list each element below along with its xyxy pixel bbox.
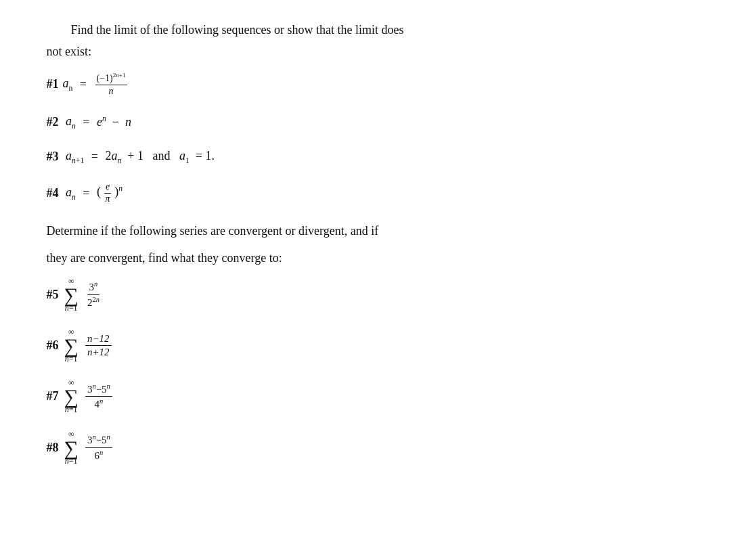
problem-6-sigma: ∞ ∑ n=1 xyxy=(64,328,79,363)
problem-4: #4 an = ( e π )n xyxy=(47,181,710,205)
problem-5-frac: 3n 22n xyxy=(85,280,102,309)
problem-8-label: #8 xyxy=(47,439,59,457)
problem-5: #5 ∞ ∑ n=1 3n 22n xyxy=(47,277,710,313)
problem-3: #3 an+1 = 2an + 1 and a1 = 1. xyxy=(47,147,710,167)
section2-line2: they are convergent, find what they conv… xyxy=(47,249,710,267)
page-content: Find the limit of the following sequence… xyxy=(47,20,710,531)
problem-6-label: #6 xyxy=(47,336,59,355)
problem-2: #2 an = en − n xyxy=(47,112,710,132)
problem-4-label: #4 xyxy=(47,184,59,202)
problem-2-label: #2 xyxy=(47,113,59,131)
problem-7-frac: 3n−5n 4n xyxy=(85,382,112,412)
problem-3-label: #3 xyxy=(47,148,59,166)
problem-2-expr: en − n xyxy=(97,113,131,131)
problem-4-eq: = xyxy=(80,184,93,202)
problem-3-lhs: an+1 xyxy=(63,147,85,167)
problem-5-label: #5 xyxy=(47,286,59,304)
problem-7-label: #7 xyxy=(47,387,59,405)
problem-4-expr: ( e π )n xyxy=(97,181,123,205)
problem-2-lhs: an xyxy=(63,112,76,132)
problem-1-frac: (−1)2n+1 n xyxy=(95,72,127,97)
problem-5-sigma: ∞ ∑ n=1 xyxy=(64,277,79,313)
problem-8-sigma: ∞ ∑ n=1 xyxy=(64,430,79,466)
problem-8-frac: 3n−5n 6n xyxy=(85,433,112,462)
problem-3-eq: = xyxy=(88,148,101,166)
intro-line2: not exist: xyxy=(47,43,710,61)
problem-1-lhs: an xyxy=(63,74,73,94)
intro-line1: Find the limit of the following sequence… xyxy=(47,20,710,40)
problem-6: #6 ∞ ∑ n=1 n−12 n+12 xyxy=(47,328,710,363)
problem-3-expr: 2an + 1 and a1 = 1. xyxy=(105,147,214,167)
problem-7-sigma: ∞ ∑ n=1 xyxy=(64,378,79,414)
problem-6-frac: n−12 n+12 xyxy=(85,332,112,359)
problem-1-eq: = xyxy=(76,75,89,93)
problem-1-label: #1 xyxy=(47,75,59,93)
problem-4-lhs: an xyxy=(63,183,76,203)
problem-8: #8 ∞ ∑ n=1 3n−5n 6n xyxy=(47,430,710,466)
section2-line1: Determine if the following series are co… xyxy=(47,221,710,241)
problem-7: #7 ∞ ∑ n=1 3n−5n 4n xyxy=(47,378,710,414)
problem-2-eq: = xyxy=(80,113,93,131)
problem-1: #1 an = (−1)2n+1 n xyxy=(47,72,710,97)
